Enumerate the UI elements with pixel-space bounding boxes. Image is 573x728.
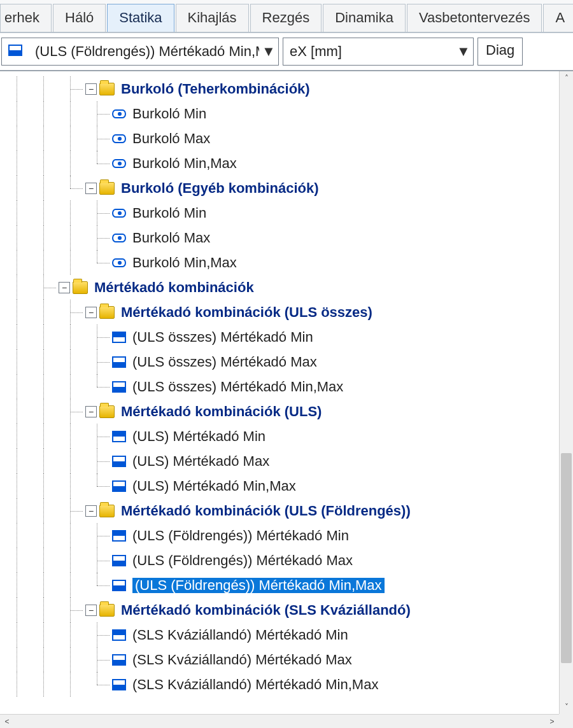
tree-item[interactable]: (SLS Kváziállandó) Mértékadó Max bbox=[5, 647, 559, 672]
tree-folder[interactable]: −Burkoló (Egyéb kombinációk) bbox=[5, 176, 559, 200]
tree-label: (SLS Kváziállandó) Mértékadó Max bbox=[132, 653, 352, 667]
envelope-icon bbox=[112, 209, 126, 218]
scroll-up-icon[interactable]: ˄ bbox=[560, 71, 573, 85]
tree-item[interactable]: (ULS összes) Mértékadó Max bbox=[5, 349, 559, 374]
tree-item[interactable]: (ULS (Földrengés)) Mértékadó Min bbox=[5, 523, 559, 548]
result-icon bbox=[112, 530, 126, 542]
collapse-icon[interactable]: − bbox=[59, 282, 70, 293]
tree-item[interactable]: (ULS (Földrengés)) Mértékadó Min,Max bbox=[5, 573, 559, 598]
tree-item[interactable]: Burkoló Min bbox=[5, 200, 559, 225]
collapse-icon[interactable]: − bbox=[85, 406, 97, 417]
tree-item[interactable]: Burkoló Max bbox=[5, 126, 559, 151]
tree-label: Mértékadó kombinációk bbox=[94, 281, 254, 295]
result-component-value: eX [mm] bbox=[290, 43, 454, 60]
vertical-scrollbar[interactable]: ˄ ˅ bbox=[559, 71, 573, 714]
result-case-combo[interactable]: (ULS (Földrengés)) Mértékadó Min,M ▼ bbox=[1, 38, 279, 66]
tree-label: (ULS összes) Mértékadó Max bbox=[132, 355, 317, 369]
collapse-icon[interactable]: − bbox=[85, 83, 97, 95]
tab-a[interactable]: A bbox=[543, 4, 573, 32]
tree-item[interactable]: (ULS összes) Mértékadó Min,Max bbox=[5, 374, 559, 399]
chevron-down-icon: ▼ bbox=[454, 43, 473, 60]
tree-label: Mértékadó kombinációk (ULS) bbox=[121, 405, 322, 419]
envelope-icon bbox=[112, 159, 126, 168]
diagram-mode-button[interactable]: Diag bbox=[478, 38, 523, 66]
tab-rezgés[interactable]: Rezgés bbox=[250, 4, 322, 32]
scroll-left-icon[interactable]: < bbox=[0, 717, 14, 726]
tree-label: (ULS összes) Mértékadó Min,Max bbox=[132, 380, 343, 394]
tree-item[interactable]: Burkoló Min,Max bbox=[5, 151, 559, 176]
result-case-value: (ULS (Földrengés)) Mértékadó Min,M bbox=[35, 43, 259, 60]
collapse-icon[interactable]: − bbox=[85, 183, 97, 194]
tab-dinamika[interactable]: Dinamika bbox=[323, 4, 406, 32]
tree-folder[interactable]: −Mértékadó kombinációk (SLS Kváziállandó… bbox=[5, 598, 559, 622]
tree-label: (SLS Kváziállandó) Mértékadó Min,Max bbox=[132, 678, 378, 692]
result-component-combo[interactable]: eX [mm] ▼ bbox=[283, 38, 474, 66]
tab-vasbetontervezés[interactable]: Vasbetontervezés bbox=[407, 4, 542, 32]
svg-rect-1 bbox=[9, 50, 22, 55]
envelope-icon bbox=[112, 234, 126, 242]
tab-háló[interactable]: Háló bbox=[53, 4, 106, 32]
result-icon bbox=[112, 679, 126, 690]
tree-label: Mértékadó kombinációk (ULS (Földrengés)) bbox=[121, 504, 411, 518]
tab-kihajlás[interactable]: Kihajlás bbox=[176, 4, 249, 32]
diagram-label: Diag bbox=[486, 42, 514, 58]
folder-icon bbox=[99, 405, 115, 418]
tree-item[interactable]: (ULS (Földrengés)) Mértékadó Max bbox=[5, 548, 559, 573]
result-icon bbox=[112, 480, 126, 492]
envelope-icon bbox=[112, 109, 126, 118]
horizontal-scrollbar[interactable]: < > bbox=[0, 714, 559, 728]
tab-bar: erhekHálóStatikaKihajlásRezgésDinamikaVa… bbox=[0, 0, 573, 33]
tree-label: Burkoló Min bbox=[132, 107, 206, 121]
folder-icon bbox=[99, 182, 115, 195]
toolbar: (ULS (Földrengés)) Mértékadó Min,M ▼ eX … bbox=[0, 33, 573, 71]
tree-label: Burkoló Max bbox=[132, 231, 210, 245]
tree-label: (SLS Kváziállandó) Mértékadó Min bbox=[132, 628, 348, 642]
collapse-icon[interactable]: − bbox=[85, 505, 97, 517]
tree-item[interactable]: (ULS összes) Mértékadó Min bbox=[5, 325, 559, 349]
tree-item[interactable]: (SLS Kváziállandó) Mértékadó Min,Max bbox=[5, 672, 559, 697]
scroll-corner bbox=[559, 714, 573, 728]
envelope-icon bbox=[112, 134, 126, 143]
tree-panel: −Burkoló (Teherkombinációk)Burkoló MinBu… bbox=[0, 71, 573, 728]
tree-label: (ULS) Mértékadó Max bbox=[132, 454, 269, 468]
scroll-thumb[interactable] bbox=[561, 453, 572, 663]
tree-folder[interactable]: −Mértékadó kombinációk (ULS (Földrengés)… bbox=[5, 498, 559, 523]
tree-folder[interactable]: −Mértékadó kombinációk (ULS összes) bbox=[5, 300, 559, 325]
tree-item[interactable]: (ULS) Mértékadó Min bbox=[5, 424, 559, 449]
tree-folder[interactable]: −Burkoló (Teherkombinációk) bbox=[5, 76, 559, 101]
envelope-icon bbox=[112, 258, 126, 267]
tree-item[interactable]: (ULS) Mértékadó Max bbox=[5, 449, 559, 473]
tree-item[interactable]: Burkoló Min,Max bbox=[5, 250, 559, 275]
result-icon bbox=[112, 381, 126, 393]
folder-icon bbox=[99, 83, 115, 95]
tree-folder[interactable]: −Mértékadó kombinációk (ULS) bbox=[5, 399, 559, 424]
tree-label: Burkoló (Teherkombinációk) bbox=[121, 82, 310, 96]
tree-label: (ULS összes) Mértékadó Min bbox=[132, 330, 313, 344]
collapse-icon[interactable]: − bbox=[85, 605, 97, 616]
tree-label: (ULS (Földrengés)) Mértékadó Min bbox=[132, 529, 349, 543]
result-icon bbox=[112, 629, 126, 641]
tab-statika[interactable]: Statika bbox=[107, 4, 174, 32]
result-icon bbox=[112, 654, 126, 666]
tree-folder[interactable]: −Mértékadó kombinációk bbox=[5, 275, 559, 300]
tree-label: (ULS) Mértékadó Min,Max bbox=[132, 479, 296, 493]
tree-item[interactable]: Burkoló Max bbox=[5, 225, 559, 250]
tree-item[interactable]: Burkoló Min bbox=[5, 101, 559, 126]
tab-erhek[interactable]: erhek bbox=[0, 4, 52, 32]
scroll-down-icon[interactable]: ˅ bbox=[560, 700, 573, 714]
tree-body: −Burkoló (Teherkombinációk)Burkoló MinBu… bbox=[0, 71, 559, 714]
tree-label: Burkoló (Egyéb kombinációk) bbox=[121, 181, 319, 195]
tree-item[interactable]: (ULS) Mértékadó Min,Max bbox=[5, 473, 559, 498]
folder-icon bbox=[73, 281, 88, 294]
chevron-down-icon: ▼ bbox=[259, 43, 278, 60]
tree-item[interactable]: (SLS Kváziállandó) Mértékadó Min bbox=[5, 622, 559, 647]
case-icon bbox=[8, 43, 29, 60]
tree-label: Burkoló Min,Max bbox=[132, 256, 237, 270]
result-icon bbox=[112, 332, 126, 343]
tree-label: (ULS (Földrengés)) Mértékadó Min,Max bbox=[132, 578, 385, 593]
collapse-icon[interactable]: − bbox=[85, 307, 97, 318]
result-icon bbox=[112, 356, 126, 368]
scroll-right-icon[interactable]: > bbox=[545, 717, 559, 726]
tree-label: (ULS) Mértékadó Min bbox=[132, 430, 265, 444]
tree-label: Mértékadó kombinációk (ULS összes) bbox=[121, 305, 372, 319]
